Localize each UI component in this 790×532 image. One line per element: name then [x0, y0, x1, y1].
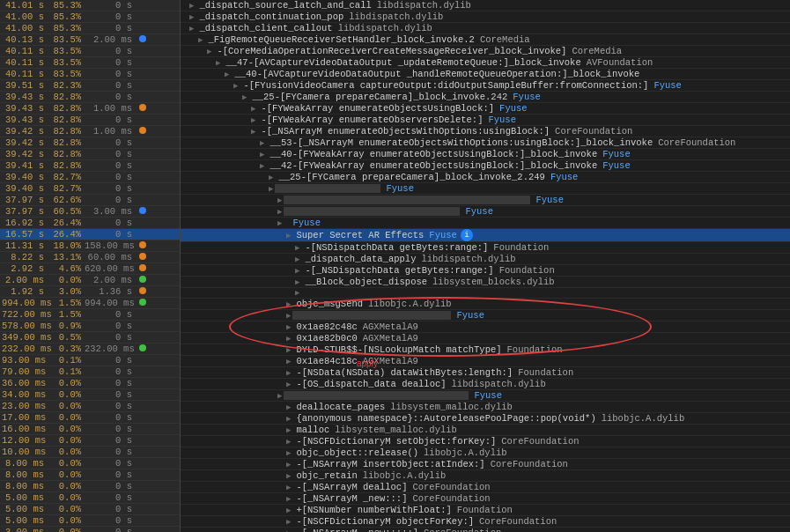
function-name: {anonymous namespace}::AutoreleasePoolPa… [292, 413, 595, 424]
function-name: -[NSData(NSData) dataWithBytes:length:] [292, 367, 513, 378]
orange-dot-icon [139, 253, 146, 260]
pct-total: 0.0% [48, 504, 85, 514]
pct-total: 82.3% [48, 80, 85, 91]
timing-row: 5.00 ms0.0%0 s [0, 515, 180, 527]
function-name: _FigRemoteQueueReceiverSetHandler_block_… [204, 34, 474, 45]
time-self: 37.97 s [2, 206, 48, 217]
timing-row: 994.00 ms1.5%994.00 ms [0, 298, 180, 309]
function-row: ▶Fyuse [181, 195, 790, 206]
tree-arrow-icon: ▶ [207, 47, 211, 56]
time-total: 0 s [85, 504, 136, 514]
time-total: 0 s [85, 447, 136, 457]
function-name: -[_NSArrayM _new:::::] [292, 528, 418, 532]
pct-total: 0.0% [48, 424, 85, 434]
timing-row: 2.00 ms0.0%2.00 ms [0, 275, 180, 286]
time-total: 0 s [85, 332, 136, 343]
tree-arrow-icon: ▶ [286, 357, 291, 366]
time-self: 578.00 ms [2, 321, 48, 331]
tree-arrow-icon: ▶ [286, 448, 291, 458]
time-total: 0 s [85, 160, 136, 171]
time-self: 16.57 s [2, 229, 48, 240]
function-name: DYLD-STUB$$-[NSLookupMatch matchType] [292, 344, 501, 355]
row-indicator [136, 206, 150, 217]
time-total: 0 s [85, 172, 136, 182]
tree-arrow-icon: ▶ [189, 12, 194, 22]
time-total: 0 s [85, 321, 136, 331]
time-total: 0 s [85, 389, 136, 400]
library-name: Foundation [457, 505, 513, 515]
time-self: 36.00 ms [2, 378, 48, 388]
library-name: AGXMetalA9 [363, 321, 418, 332]
function-name: -[_NSArrayM enumerateObjectsWithOptions:… [257, 126, 550, 137]
library-name: libsystem_blocks.dylib [432, 277, 555, 287]
function-name: -[OS_dispatch_data dealloc] [292, 379, 446, 389]
function-row: ▶Fyuse [181, 206, 790, 218]
tree-arrow-icon: ▶ [189, 1, 194, 11]
pct-total: 0.0% [48, 435, 85, 446]
time-self: 39.43 s [2, 103, 48, 114]
library-name: CoreFoundation [491, 459, 568, 469]
library-name: Fyuse [602, 160, 631, 171]
pct-total: 0.1% [48, 355, 85, 366]
tree-arrow-icon: ▶ [277, 218, 282, 228]
time-total: 2.00 ms [85, 34, 136, 45]
timing-row: 5.00 ms0.0%0 s [0, 504, 180, 515]
row-indicator [136, 344, 150, 354]
library-name: CoreFoundation [501, 436, 579, 447]
time-total: 0 s [85, 137, 136, 148]
main-container: 41.01 s85.3%0 s41.00 s85.3%0 s41.00 s85.… [0, 0, 790, 532]
time-self: 39.41 s [2, 160, 48, 171]
library-name: Fyuse [653, 80, 682, 91]
function-name: -[CoreMediaOperationReceiverCreateMessag… [213, 46, 566, 56]
timing-row: 23.00 ms0.0%0 s [0, 401, 180, 412]
pct-total: 83.5% [48, 34, 85, 45]
library-name: Foundation [493, 242, 549, 253]
orange-dot-icon [139, 127, 146, 134]
function-row: ▶0x1ae82b0c0AGXMetalA9 [181, 333, 790, 344]
function-name: -[_NSDispatchData getBytes:range:] [301, 265, 493, 276]
function-name: 0x1ae84c18c [292, 356, 357, 366]
time-total: 0 s [85, 458, 136, 469]
timing-row: 12.00 ms0.0%0 s [0, 435, 180, 447]
library-name: Fyuse [474, 390, 502, 401]
library-name: Foundation [518, 367, 573, 378]
tree-arrow-icon: ▶ [286, 471, 291, 481]
time-self: 1.92 s [2, 286, 48, 297]
function-name: objc_retain [292, 470, 357, 481]
time-self: 8.22 s [2, 252, 48, 262]
function-row: ▶-[OS_dispatch_data dealloc]libdispatch.… [181, 379, 790, 390]
function-name: malloc [292, 425, 329, 435]
timing-row: 41.01 s85.3%0 s [0, 0, 180, 11]
timing-row: 8.00 ms0.0%0 s [0, 458, 180, 469]
timing-row: 5.00 ms0.0%0 s [0, 492, 180, 504]
timing-row: 11.31 s18.0%158.00 ms [0, 240, 180, 252]
library-name: libdispatch.dylib [452, 379, 546, 389]
timing-row: 34.00 ms0.0%0 s [0, 389, 180, 401]
library-name: CoreFoundation [412, 493, 490, 504]
pct-total: 83.5% [48, 46, 85, 56]
time-total: 0 s [85, 46, 136, 56]
library-name: Fyuse [488, 115, 516, 125]
library-name: Fyuse [499, 103, 528, 114]
row-indicator [136, 286, 150, 297]
time-self: 39.51 s [2, 80, 48, 91]
function-row: ▶-[_NSArrayM insertObject:atIndex:]CoreF… [181, 459, 790, 470]
pct-total: 0.0% [48, 275, 85, 285]
function-name: -[NSCFDictionaryM setObject:forKey:] [292, 436, 496, 447]
time-total: 0 s [85, 481, 136, 491]
function-name: Super Secret AR Effects [292, 230, 424, 240]
pct-total: 82.8% [48, 103, 85, 114]
pct-total: 26.4% [48, 218, 85, 228]
time-total: 0 s [85, 309, 136, 320]
function-row: ▶objc_retainlibobjc.A.dylib [181, 470, 790, 482]
tree-arrow-icon: ▶ [286, 506, 291, 515]
pct-total: 85.3% [48, 11, 85, 22]
function-bar [284, 196, 530, 204]
pct-total: 83.5% [48, 69, 85, 79]
function-name: objc_object::release() [292, 447, 418, 458]
time-total: 0 s [85, 229, 136, 240]
library-name: CoreFoundation [555, 126, 632, 137]
timing-row: 39.41 s82.8%0 s [0, 160, 180, 172]
tree-arrow-icon: ▶ [286, 414, 291, 424]
function-name: -[FYWeakArray enumerateObserversDelete:] [257, 115, 483, 125]
